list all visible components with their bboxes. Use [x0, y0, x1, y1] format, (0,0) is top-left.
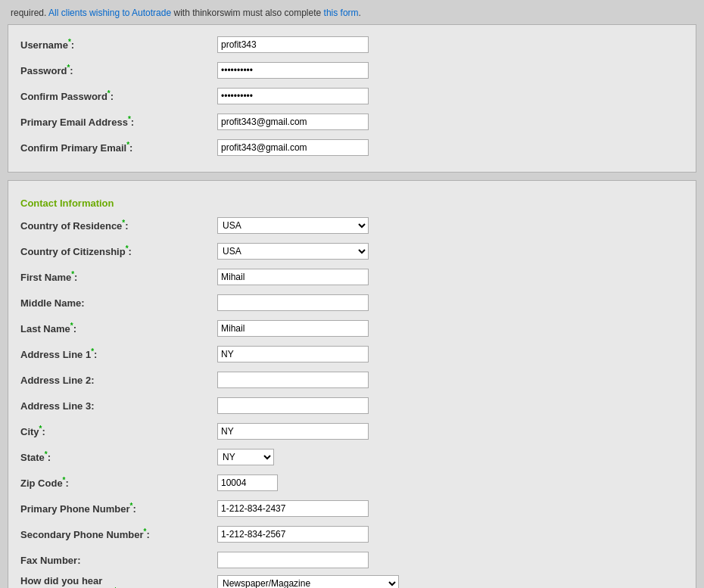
city-row: City*:	[20, 421, 684, 442]
address3-row: Address Line 3:	[20, 395, 684, 416]
fax-row: Fax Number:	[20, 549, 684, 571]
country-of-citizenship-row: Country of Citizenship*: USA Canada UK O…	[20, 241, 684, 262]
top-note: required. All clients wishing to Autotra…	[8, 8, 696, 18]
how-did-you-hear-select1[interactable]: Newspaper/Magazine Friend Online Search …	[217, 575, 399, 588]
password-row: Password*:	[20, 60, 684, 81]
country-of-residence-select[interactable]: USA Canada UK Other	[217, 217, 369, 234]
required-indicator: *	[126, 244, 129, 253]
middle-name-row: Middle Name:	[20, 292, 684, 313]
required-indicator: *	[107, 89, 111, 98]
required-indicator: *	[63, 476, 66, 484]
fax-input[interactable]	[217, 552, 369, 568]
confirm-password-label: Confirm Password*:	[20, 89, 217, 102]
primary-phone-row: Primary Phone Number*:	[20, 498, 684, 519]
city-label: City*:	[20, 425, 217, 437]
contact-section: Contact Information Country of Residence…	[8, 180, 696, 588]
how-did-you-hear-label: How did you hear about thinkorswim?*:	[20, 575, 217, 588]
last-name-label: Last Name*:	[20, 322, 217, 334]
first-name-input[interactable]	[217, 269, 369, 285]
country-of-citizenship-label: Country of Citizenship*:	[20, 244, 217, 257]
required-indicator: *	[122, 219, 125, 227]
state-row: State*: NY CA TX FL IL WA	[20, 446, 684, 468]
primary-email-row: Primary Email Address*:	[20, 111, 684, 132]
confirm-email-row: Confirm Primary Email*:	[20, 137, 684, 158]
primary-email-label: Primary Email Address*:	[20, 115, 217, 128]
required-indicator: *	[45, 450, 48, 459]
address2-label: Address Line 2:	[20, 375, 217, 386]
country-of-residence-label: Country of Residence*:	[20, 219, 217, 232]
zip-code-row: Zip Code*:	[20, 472, 684, 493]
last-name-row: Last Name*:	[20, 318, 684, 339]
username-label: Username*:	[20, 38, 217, 51]
required-indicator: *	[144, 527, 147, 536]
address2-input[interactable]	[217, 372, 369, 388]
required-indicator: *	[126, 141, 129, 149]
confirm-password-input[interactable]	[217, 88, 369, 104]
required-indicator: *	[70, 322, 73, 330]
zip-code-input[interactable]	[217, 474, 278, 491]
required-indicator: *	[91, 347, 94, 356]
required-indicator: *	[68, 38, 71, 46]
password-label: Password*:	[20, 64, 217, 76]
primary-email-input[interactable]	[217, 114, 369, 130]
how-did-you-hear-selects: Newspaper/Magazine Friend Online Search …	[217, 575, 399, 588]
username-row: Username*:	[20, 34, 684, 55]
state-select[interactable]: NY CA TX FL IL WA	[217, 449, 274, 465]
address2-row: Address Line 2:	[20, 369, 684, 390]
last-name-input[interactable]	[217, 320, 369, 337]
address1-input[interactable]	[217, 346, 369, 362]
how-did-you-hear-label-line1: How did you hear	[20, 575, 211, 586]
country-of-citizenship-select[interactable]: USA Canada UK Other	[217, 243, 369, 260]
zip-code-label: Zip Code*:	[20, 476, 217, 489]
account-section: Username*: Password*: Confirm Password*:…	[8, 24, 696, 173]
required-indicator: *	[67, 64, 70, 72]
confirm-password-row: Confirm Password*:	[20, 86, 684, 107]
fax-label: Fax Number:	[20, 555, 217, 566]
required-indicator: *	[128, 115, 131, 123]
middle-name-label: Middle Name:	[20, 297, 217, 309]
username-input[interactable]	[217, 36, 369, 53]
first-name-row: First Name*:	[20, 266, 684, 288]
middle-name-input[interactable]	[217, 294, 369, 311]
required-indicator: *	[71, 270, 74, 278]
required-indicator: *	[130, 502, 133, 510]
required-indicator: *	[39, 425, 42, 433]
how-did-you-hear-row: How did you hear about thinkorswim?*: Ne…	[20, 575, 684, 588]
address1-row: Address Line 1*:	[20, 344, 684, 365]
confirm-email-label: Confirm Primary Email*:	[20, 141, 217, 154]
secondary-phone-input[interactable]	[217, 526, 369, 543]
city-input[interactable]	[217, 423, 369, 440]
contact-section-header: Contact Information	[20, 198, 684, 209]
password-input[interactable]	[217, 62, 369, 79]
country-of-residence-row: Country of Residence*: USA Canada UK Oth…	[20, 215, 684, 236]
secondary-phone-label: Secondary Phone Number*:	[20, 527, 217, 540]
secondary-phone-row: Secondary Phone Number*:	[20, 524, 684, 545]
confirm-email-input[interactable]	[217, 139, 369, 156]
address3-label: Address Line 3:	[20, 400, 217, 412]
form-link[interactable]: this form	[324, 8, 359, 18]
address1-label: Address Line 1*:	[20, 347, 217, 360]
this-form-link[interactable]: All clients wishing to Autotrade	[48, 8, 171, 18]
primary-phone-input[interactable]	[217, 500, 369, 517]
first-name-label: First Name*:	[20, 270, 217, 283]
state-label: State*:	[20, 450, 217, 463]
primary-phone-label: Primary Phone Number*:	[20, 502, 217, 515]
address3-input[interactable]	[217, 397, 369, 414]
